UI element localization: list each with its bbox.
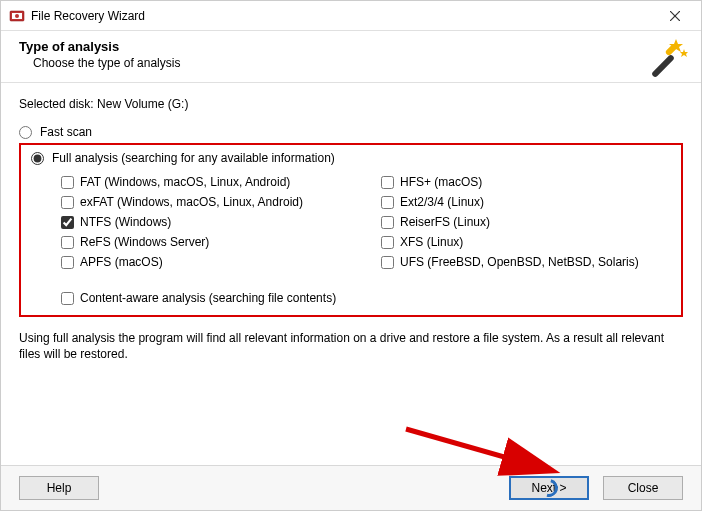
checkbox-refs[interactable]: ReFS (Windows Server) (61, 235, 351, 249)
svg-point-2 (15, 14, 19, 18)
full-analysis-highlight-box: Full analysis (searching for any availab… (19, 143, 683, 317)
radio-full-analysis[interactable]: Full analysis (searching for any availab… (31, 151, 671, 165)
titlebar: File Recovery Wizard (1, 1, 701, 31)
wizard-footer: Help Next > Close (1, 465, 701, 510)
checkbox-apfs[interactable]: APFS (macOS) (61, 255, 351, 269)
help-button[interactable]: Help (19, 476, 99, 500)
checkbox-ext[interactable]: Ext2/3/4 (Linux) (381, 195, 671, 209)
checkbox-reiserfs[interactable]: ReiserFS (Linux) (381, 215, 671, 229)
filesystem-grid: FAT (Windows, macOS, Linux, Android) HFS… (61, 175, 671, 269)
checkbox-fat[interactable]: FAT (Windows, macOS, Linux, Android) (61, 175, 351, 189)
svg-marker-6 (680, 49, 688, 57)
analysis-description: Using full analysis the program will fin… (19, 331, 683, 362)
window-close-button[interactable] (655, 2, 695, 30)
checkbox-hfsplus[interactable]: HFS+ (macOS) (381, 175, 671, 189)
close-button[interactable]: Close (603, 476, 683, 500)
next-button[interactable]: Next > (509, 476, 589, 500)
page-subtitle: Choose the type of analysis (33, 56, 683, 70)
wizard-wand-icon (645, 35, 689, 79)
radio-fast-scan-input[interactable] (19, 126, 32, 139)
checkbox-exfat[interactable]: exFAT (Windows, macOS, Linux, Android) (61, 195, 351, 209)
wizard-body: Selected disk: New Volume (G:) Fast scan… (1, 83, 701, 362)
radio-fast-scan-label: Fast scan (40, 125, 92, 139)
svg-rect-7 (651, 54, 675, 78)
svg-line-10 (406, 429, 546, 469)
app-icon (9, 8, 25, 24)
selected-disk-label: Selected disk: New Volume (G:) (19, 97, 683, 111)
radio-full-analysis-input[interactable] (31, 152, 44, 165)
checkbox-ntfs[interactable]: NTFS (Windows) (61, 215, 351, 229)
file-recovery-wizard-window: File Recovery Wizard Type of analysis Ch… (0, 0, 702, 511)
annotation-circle-icon (537, 476, 562, 501)
checkbox-ufs[interactable]: UFS (FreeBSD, OpenBSD, NetBSD, Solaris) (381, 255, 671, 269)
radio-full-analysis-label: Full analysis (searching for any availab… (52, 151, 335, 165)
page-title: Type of analysis (19, 39, 683, 54)
radio-fast-scan[interactable]: Fast scan (19, 125, 683, 139)
window-title: File Recovery Wizard (31, 9, 145, 23)
checkbox-content-aware[interactable]: Content-aware analysis (searching file c… (61, 291, 671, 305)
checkbox-xfs[interactable]: XFS (Linux) (381, 235, 671, 249)
close-icon (670, 11, 680, 21)
wizard-header: Type of analysis Choose the type of anal… (1, 31, 701, 83)
